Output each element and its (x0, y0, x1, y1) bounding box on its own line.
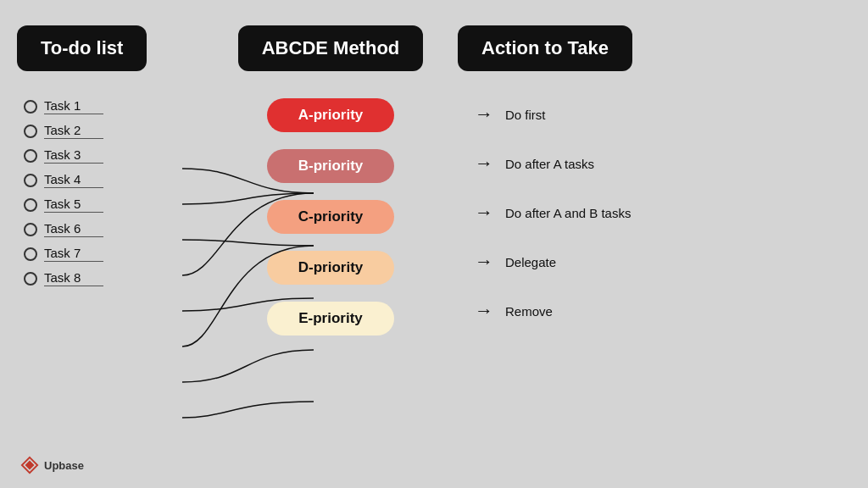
action-row: → Do first (475, 98, 546, 130)
action-text: Remove (505, 304, 553, 319)
action-row: → Delegate (475, 246, 556, 278)
task-item[interactable]: Task 8 (24, 270, 103, 286)
action-text: Do after A and B tasks (505, 206, 631, 220)
arrow-icon: → (475, 103, 493, 125)
task-item[interactable]: Task 2 (24, 123, 103, 139)
todo-column: To-do list Task 1 Task 2 Task 3 Task 4 T… (17, 25, 203, 286)
priority-badge-e: E-priority (267, 302, 394, 336)
priority-badge-a: A-priority (267, 98, 394, 132)
action-row: → Remove (475, 295, 553, 327)
priority-badge-b: B-priority (267, 149, 394, 183)
task-checkbox[interactable] (24, 198, 37, 212)
task-checkbox[interactable] (24, 100, 37, 114)
task-checkbox[interactable] (24, 223, 37, 236)
task-item[interactable]: Task 4 (24, 172, 103, 188)
task-item[interactable]: Task 6 (24, 221, 103, 237)
task-checkbox[interactable] (24, 125, 37, 138)
action-header: Action to Take (458, 25, 632, 71)
action-text: Do after A tasks (505, 157, 594, 171)
logo-icon (20, 456, 39, 474)
task-label: Task 4 (44, 172, 103, 188)
arrow-icon: → (475, 152, 493, 175)
task-label: Task 2 (44, 123, 103, 139)
task-label: Task 8 (44, 270, 103, 286)
task-item[interactable]: Task 7 (24, 246, 103, 262)
svg-marker-1 (25, 461, 35, 470)
task-item[interactable]: Task 1 (24, 98, 103, 114)
task-item[interactable]: Task 3 (24, 147, 103, 164)
priority-list: A-priorityB-priorityC-priorityD-priority… (203, 98, 458, 336)
action-text: Delegate (505, 255, 556, 269)
todo-header: To-do list (17, 25, 147, 71)
priority-badge-c: C-priority (267, 200, 394, 234)
task-label: Task 7 (44, 246, 103, 262)
action-text: Do first (505, 108, 546, 122)
main-container: To-do list Task 1 Task 2 Task 3 Task 4 T… (0, 0, 868, 488)
task-list: Task 1 Task 2 Task 3 Task 4 Task 5 Task … (17, 98, 103, 286)
arrow-icon: → (475, 202, 493, 224)
arrow-icon: → (475, 300, 493, 322)
task-checkbox[interactable] (24, 247, 37, 261)
abcde-column: ABCDE Method A-priorityB-priorityC-prior… (203, 25, 458, 336)
task-label: Task 1 (44, 98, 103, 114)
abcde-header: ABCDE Method (238, 25, 424, 71)
action-list: → Do first → Do after A tasks → Do after… (458, 98, 715, 327)
task-item[interactable]: Task 5 (24, 197, 103, 213)
logo-text: Upbase (44, 459, 84, 472)
action-row: → Do after A tasks (475, 147, 594, 180)
task-label: Task 5 (44, 197, 103, 213)
task-checkbox[interactable] (24, 174, 37, 187)
task-label: Task 6 (44, 221, 103, 237)
priority-badge-d: D-priority (267, 251, 394, 285)
task-label: Task 3 (44, 147, 103, 164)
logo-area: Upbase (20, 456, 84, 474)
task-checkbox[interactable] (24, 149, 37, 163)
arrow-icon: → (475, 251, 493, 273)
action-row: → Do after A and B tasks (475, 197, 631, 229)
task-checkbox[interactable] (24, 272, 37, 286)
